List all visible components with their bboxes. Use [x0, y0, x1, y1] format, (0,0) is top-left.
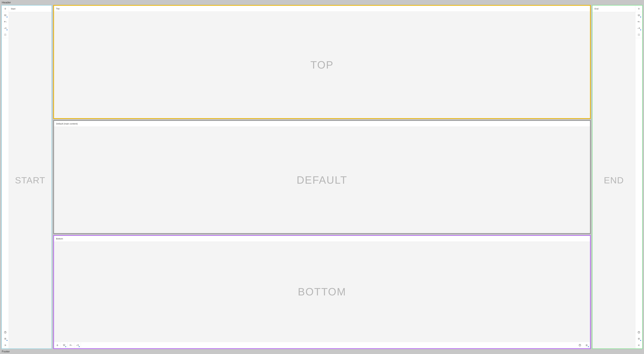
bottom-settings-button[interactable] — [583, 342, 590, 348]
start-settings-button[interactable] — [2, 335, 9, 342]
end-save-button[interactable] — [635, 32, 642, 38]
end-redo-button[interactable] — [635, 25, 642, 32]
end-body: End END — [592, 6, 635, 348]
start-rail — [2, 6, 9, 348]
spacer — [635, 38, 642, 329]
bottom-content: BOTTOM — [54, 242, 590, 342]
bottom-layers-button[interactable] — [61, 342, 68, 348]
spacer — [81, 342, 576, 348]
save-icon — [4, 33, 7, 36]
undo-icon — [638, 20, 640, 23]
settings-icon — [638, 337, 640, 340]
help-icon — [4, 331, 7, 334]
undo-icon — [70, 344, 72, 347]
main-grid: Start START Top TOP Default (main conten… — [0, 5, 644, 349]
top-content: TOP — [54, 12, 590, 118]
default-zone: Default (main content) DEFAULT — [53, 120, 591, 234]
top-title: Top — [56, 7, 60, 10]
start-save-button[interactable] — [2, 32, 9, 38]
start-title-row: Start — [9, 6, 52, 12]
save-icon — [638, 33, 640, 36]
end-content: END — [592, 12, 635, 348]
default-content: DEFAULT — [54, 127, 590, 233]
bottom-toolbar — [54, 342, 590, 348]
change-dot-icon — [6, 30, 8, 30]
bottom-add-button[interactable] — [54, 342, 61, 348]
change-dot-icon — [640, 30, 641, 30]
change-dot-icon — [588, 346, 589, 347]
start-body: Start START — [9, 6, 52, 348]
change-dot-icon — [65, 346, 66, 347]
end-rail — [635, 6, 642, 348]
start-title: Start — [11, 8, 16, 10]
default-placeholder-text: DEFAULT — [297, 174, 348, 186]
redo-icon — [638, 27, 640, 30]
start-help-button[interactable] — [2, 329, 9, 335]
end-placeholder-text: END — [604, 175, 624, 185]
start-layers-button[interactable] — [2, 12, 9, 19]
center-column: Top TOP Default (main content) DEFAULT B… — [53, 5, 591, 349]
redo-icon — [4, 27, 7, 30]
bottom-redo-button[interactable] — [74, 342, 81, 348]
end-layers-button[interactable] — [635, 12, 642, 19]
bottom-undo-button[interactable] — [68, 342, 74, 348]
end-panel: End END — [592, 5, 643, 349]
top-title-row: Top — [54, 6, 590, 12]
help-icon — [578, 344, 581, 347]
bottom-zone: Bottom BOTTOM — [53, 235, 591, 349]
default-title: Default (main content) — [56, 122, 78, 125]
layers-icon — [63, 344, 66, 347]
start-add-button[interactable] — [2, 6, 9, 12]
start-content: START — [9, 12, 52, 348]
end-collapse-button[interactable] — [635, 342, 642, 348]
add-icon — [56, 344, 59, 347]
end-help-button[interactable] — [635, 329, 642, 335]
settings-icon — [585, 344, 588, 347]
change-dot-icon — [640, 17, 641, 18]
start-redo-button[interactable] — [2, 25, 9, 32]
change-dot-icon — [79, 346, 80, 347]
footer-bar: Footer — [0, 349, 644, 354]
layers-icon — [638, 14, 640, 17]
end-title: End — [594, 8, 598, 10]
footer-label: Footer — [2, 350, 10, 353]
add-icon — [638, 7, 640, 10]
redo-icon — [76, 344, 79, 347]
header-label: Header — [2, 1, 11, 4]
start-expand-button[interactable] — [2, 342, 9, 348]
change-dot-icon — [6, 17, 8, 18]
spacer — [2, 38, 9, 329]
end-undo-button[interactable] — [635, 19, 642, 25]
start-undo-button[interactable] — [2, 19, 9, 25]
change-dot-icon — [640, 340, 641, 341]
default-title-row: Default (main content) — [54, 121, 590, 127]
bottom-help-button[interactable] — [576, 342, 583, 348]
help-icon — [638, 331, 640, 334]
top-zone: Top TOP — [53, 5, 591, 119]
top-placeholder-text: TOP — [310, 59, 334, 71]
layers-icon — [4, 14, 7, 17]
start-panel: Start START — [1, 5, 52, 349]
bottom-title: Bottom — [56, 237, 63, 240]
add-icon — [4, 7, 7, 10]
header-bar: Header — [0, 0, 644, 5]
end-title-row: End — [592, 6, 635, 12]
bottom-placeholder-text: BOTTOM — [298, 286, 346, 298]
start-placeholder-text: START — [15, 175, 45, 185]
expand-right-icon — [4, 344, 7, 347]
end-settings-button[interactable] — [635, 335, 642, 342]
settings-icon — [4, 337, 7, 340]
undo-icon — [4, 20, 7, 23]
change-dot-icon — [6, 340, 8, 341]
expand-left-icon — [638, 344, 640, 347]
bottom-title-row: Bottom — [54, 236, 590, 242]
end-add-button[interactable] — [635, 6, 642, 12]
